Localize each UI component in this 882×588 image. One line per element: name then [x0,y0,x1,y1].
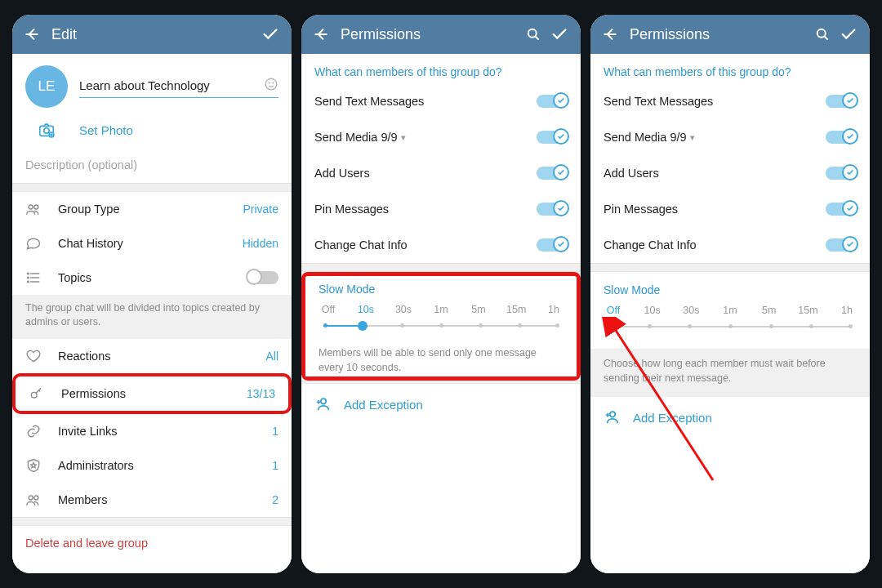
svg-point-9 [28,277,29,278]
topics-toggle[interactable] [247,271,278,284]
appbar: Permissions [301,15,581,54]
chevron-down-icon: ▾ [401,132,406,143]
back-button[interactable] [20,26,43,42]
svg-point-17 [610,412,615,416]
camera-icon [38,121,56,139]
set-photo-label: Set Photo [79,123,133,137]
row-chat-history[interactable]: Chat History Hidden [12,226,292,261]
screen-edit-group: Edit LE Set Photo Description (optional) [12,15,292,573]
perm-change-info[interactable]: Change Chat Info [301,227,581,263]
people-icon [25,201,58,217]
shield-icon [25,457,58,474]
search-button[interactable] [520,26,546,42]
appbar-title: Edit [51,26,257,43]
perm-send-media[interactable]: Send Media 9/9▾ [590,119,870,155]
toggle[interactable] [826,238,857,252]
avatar-row: LE [12,54,292,116]
svg-point-13 [34,496,38,500]
perm-pin-messages[interactable]: Pin Messages [301,191,581,227]
delete-leave-group[interactable]: Delete and leave group [12,526,292,560]
svg-point-15 [321,399,326,403]
svg-point-14 [528,29,537,38]
key-icon [29,385,61,402]
toggle[interactable] [537,167,568,180]
description-placeholder[interactable]: Description (optional) [12,150,292,183]
slow-mode-hint: Members will be able to send only one me… [305,341,577,376]
perm-section-title: What can members of this group do? [301,54,581,83]
svg-point-10 [28,281,29,283]
toggle[interactable] [826,203,857,216]
perm-send-text[interactable]: Send Text Messages [301,83,581,119]
topics-hint: The group chat will be divided into topi… [12,295,292,339]
link-icon [25,423,58,439]
toggle[interactable] [537,203,568,216]
svg-point-11 [31,392,37,398]
toggle[interactable] [826,131,857,144]
svg-point-12 [29,496,33,500]
perm-pin-messages[interactable]: Pin Messages [590,191,870,227]
confirm-button[interactable] [835,25,862,43]
members-icon [25,492,58,508]
group-avatar[interactable]: LE [25,65,68,108]
back-button[interactable] [599,26,621,42]
perm-send-text[interactable]: Send Text Messages [590,83,870,119]
add-exception[interactable]: Add Exception [590,397,870,438]
svg-point-8 [28,273,29,274]
row-topics[interactable]: Topics [12,261,292,295]
appbar-title: Permissions [630,26,809,43]
svg-point-6 [29,205,33,209]
search-button[interactable] [809,26,835,42]
perm-add-users[interactable]: Add Users [301,155,581,191]
svg-point-2 [273,82,274,83]
slow-mode-slider[interactable] [323,320,559,332]
screen-permissions-10s: Permissions What can members of this gro… [301,15,581,573]
toggle[interactable] [826,167,857,180]
perm-add-users[interactable]: Add Users [590,155,870,191]
perm-section-title: What can members of this group do? [590,54,870,83]
toggle[interactable] [537,131,568,144]
add-user-icon [314,395,332,413]
add-user-icon [604,408,621,426]
svg-point-7 [34,205,38,209]
perm-change-info[interactable]: Change Chat Info [590,227,870,263]
confirm-button[interactable] [546,25,572,43]
slow-mode-highlight: Slow Mode Off 10s 30s 1m 5m 15m 1h [301,272,581,381]
slow-mode-slider[interactable] [608,321,852,332]
set-photo-row[interactable]: Set Photo [12,116,292,150]
slow-mode-title: Slow Mode [318,283,564,296]
heart-icon [25,348,58,364]
svg-point-4 [44,128,49,133]
row-permissions[interactable]: Permissions 13/13 [16,376,288,411]
appbar: Edit [12,15,292,54]
list-icon [25,270,58,286]
chat-icon [25,235,58,252]
slow-mode-title: Slow Mode [604,283,857,296]
screen-permissions-off: Permissions What can members of this gro… [590,15,870,573]
confirm-button[interactable] [257,25,283,43]
row-administrators[interactable]: Administrators 1 [12,448,292,483]
perm-send-media[interactable]: Send Media 9/9▾ [301,119,581,155]
slow-mode-labels: Off 10s 30s 1m 5m 15m 1h [604,305,857,316]
row-reactions[interactable]: Reactions All [12,339,292,373]
svg-point-16 [817,29,826,38]
svg-point-0 [265,78,277,90]
back-button[interactable] [310,26,332,42]
toggle[interactable] [537,95,568,108]
chevron-down-icon: ▾ [690,132,695,143]
toggle[interactable] [537,238,568,252]
svg-point-1 [269,82,270,83]
row-invite-links[interactable]: Invite Links 1 [12,414,292,448]
appbar: Permissions [590,15,870,54]
row-members[interactable]: Members 2 [12,483,292,517]
toggle[interactable] [826,95,857,108]
slow-mode-labels: Off 10s 30s 1m 5m 15m 1h [318,304,564,315]
row-group-type[interactable]: Group Type Private [12,192,292,226]
group-name-input[interactable] [79,75,278,98]
slow-mode-hint: Choose how long each member must wait be… [590,349,870,397]
emoji-icon[interactable] [264,77,278,91]
add-exception[interactable]: Add Exception [301,384,581,425]
appbar-title: Permissions [341,26,520,43]
